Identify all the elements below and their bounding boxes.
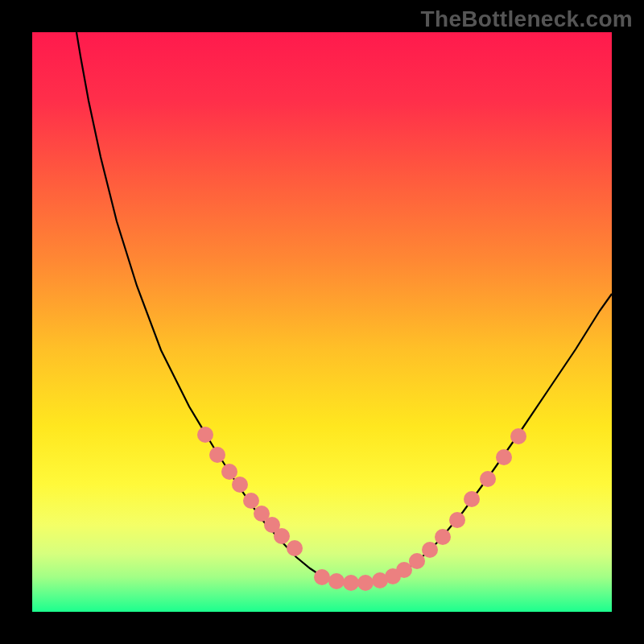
data-dot bbox=[496, 449, 512, 465]
data-dot bbox=[221, 464, 237, 480]
watermark-text: TheBottleneck.com bbox=[421, 6, 633, 32]
data-dot bbox=[274, 528, 290, 544]
data-dot bbox=[480, 471, 496, 487]
data-dot bbox=[243, 493, 259, 509]
curve-layer bbox=[32, 32, 612, 612]
plot-area bbox=[32, 32, 612, 612]
data-dot bbox=[409, 553, 425, 569]
outer-frame: TheBottleneck.com bbox=[0, 0, 644, 644]
data-dot bbox=[422, 542, 438, 558]
data-dot bbox=[435, 529, 451, 545]
data-dot bbox=[328, 573, 345, 589]
data-dot bbox=[209, 447, 225, 463]
data-dot bbox=[232, 477, 248, 493]
data-dot bbox=[464, 491, 480, 507]
data-dot bbox=[287, 540, 303, 556]
data-dot bbox=[510, 428, 526, 444]
bottleneck-curve bbox=[76, 32, 612, 583]
data-dot bbox=[197, 427, 213, 443]
data-dot bbox=[314, 569, 330, 585]
data-dot bbox=[357, 575, 374, 591]
data-dot bbox=[449, 512, 465, 528]
data-dots bbox=[197, 427, 526, 591]
data-dot bbox=[343, 575, 359, 591]
